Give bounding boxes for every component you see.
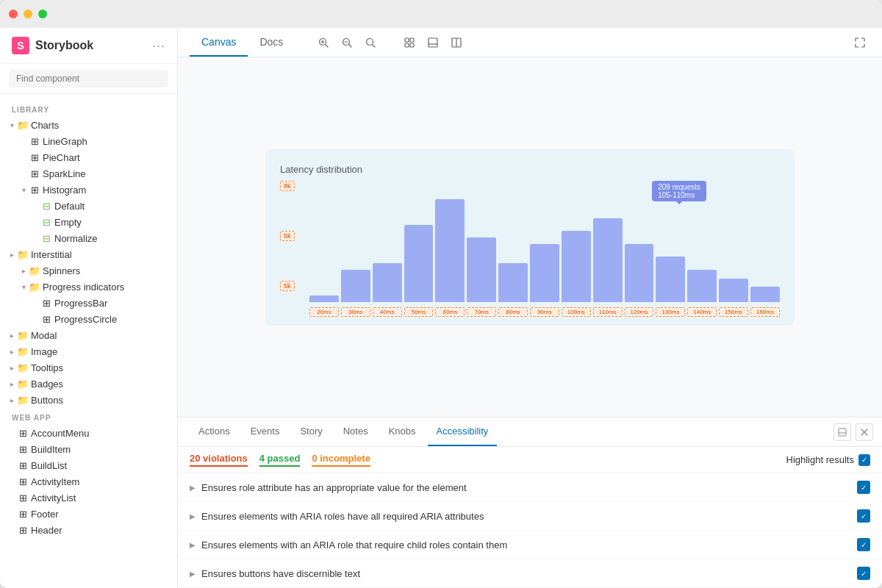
- highlight-checkbox[interactable]: ✓: [858, 454, 870, 466]
- titlebar: [0, 0, 882, 28]
- sidebar-item-activityitem[interactable]: ⊞ ActivityItem: [0, 473, 177, 490]
- chart-bar[interactable]: [656, 257, 685, 301]
- violation-check-3[interactable]: ✓: [857, 538, 870, 551]
- sidebar-item-charts[interactable]: 📁 Charts: [0, 117, 177, 133]
- violation-check-4[interactable]: ✓: [857, 567, 870, 580]
- tab-notes[interactable]: Notes: [334, 417, 377, 446]
- item-label: SparkLine: [43, 168, 86, 179]
- item-label: Tooltips: [31, 362, 63, 373]
- zoom-reset-icon[interactable]: [360, 32, 381, 53]
- chart-bar[interactable]: [341, 270, 370, 302]
- sidebar-item-builditem[interactable]: ⊞ BuildItem: [0, 441, 177, 457]
- sidebar-item-progressbar[interactable]: ⊞ ProgressBar: [0, 295, 177, 311]
- close-button[interactable]: [9, 10, 18, 18]
- panel-layout-button[interactable]: [833, 423, 851, 441]
- chart-bar[interactable]: [373, 263, 402, 302]
- violation-check-2[interactable]: ✓: [857, 509, 870, 523]
- zoom-in-icon[interactable]: [313, 32, 334, 53]
- sidebar-item-progresscircle[interactable]: ⊞ ProgressCircle: [0, 311, 177, 327]
- tab-canvas[interactable]: Canvas: [190, 28, 248, 57]
- storybook-logo: S: [12, 37, 29, 54]
- violation-check-1[interactable]: ✓: [857, 481, 870, 494]
- chart-bar[interactable]: [530, 244, 559, 302]
- sidebar-item-image[interactable]: 📁 Image: [0, 343, 177, 359]
- tooltip-requests: 209 requests: [658, 183, 700, 191]
- tab-story[interactable]: Story: [291, 417, 331, 446]
- bar-wrapper: [404, 192, 434, 302]
- folder-icon: 📁: [29, 265, 40, 276]
- canvas-content: Latency distribution 209 requests 105-11…: [178, 57, 882, 417]
- panel-icon[interactable]: [423, 32, 443, 53]
- tab-events[interactable]: Events: [242, 417, 289, 446]
- sidebar-item-modal[interactable]: 📁 Modal: [0, 327, 177, 343]
- violations-list: ▶ Ensures role attribute has an appropri…: [178, 473, 882, 588]
- chart-bar[interactable]: [309, 295, 339, 302]
- tab-accessibility[interactable]: Accessibility: [428, 417, 498, 446]
- tab-docs[interactable]: Docs: [248, 28, 295, 57]
- violation-chevron-icon[interactable]: ▶: [190, 512, 196, 520]
- sidebar-item-piechart[interactable]: ⊞ PieChart: [0, 149, 177, 165]
- sidebar-item-buildlist[interactable]: ⊞ BuildList: [0, 457, 177, 473]
- sidebar-item-tooltips[interactable]: 📁 Tooltips: [0, 359, 177, 376]
- sidebar-item-spinners[interactable]: 📁 Spinners: [0, 262, 177, 279]
- sidebar-item-accountmenu[interactable]: ⊞ AccountMenu: [0, 425, 177, 441]
- close-panel-button[interactable]: [856, 423, 873, 441]
- highlight-results: Highlight results ✓: [786, 454, 871, 466]
- violation-chevron-icon[interactable]: ▶: [190, 484, 196, 492]
- bar-wrapper: [498, 192, 528, 302]
- minimize-button[interactable]: [24, 10, 32, 18]
- passed-count[interactable]: 4 passed: [259, 453, 301, 467]
- sidebar-item-footer[interactable]: ⊞ Footer: [0, 506, 177, 522]
- fullscreen-icon[interactable]: [850, 32, 870, 53]
- chart-bar[interactable]: [467, 237, 496, 302]
- incomplete-count[interactable]: 0 incomplete: [312, 453, 370, 467]
- chart-bar[interactable]: [593, 218, 623, 302]
- violation-chevron-icon[interactable]: ▶: [190, 570, 196, 578]
- sidebar-item-badges[interactable]: 📁 Badges: [0, 376, 177, 392]
- item-label: Buttons: [31, 395, 63, 406]
- sidebar-item-linegraph[interactable]: ⊞ LineGraph: [0, 133, 177, 149]
- component-icon: ⊞: [18, 460, 28, 470]
- sidebar-item-default[interactable]: ⊟ Default: [0, 198, 177, 214]
- bar-wrapper: [341, 192, 370, 302]
- chart-bar[interactable]: [435, 199, 465, 302]
- zoom-out-icon[interactable]: [337, 32, 357, 53]
- component-icon: ⊞: [18, 428, 28, 438]
- sidebar-item-progress-indicators[interactable]: 📁 Progress indicators: [0, 279, 177, 295]
- chart-bar[interactable]: [750, 287, 780, 302]
- violations-count[interactable]: 20 violations: [190, 453, 248, 467]
- chart-bar[interactable]: [562, 231, 591, 301]
- chart-bar[interactable]: [687, 270, 717, 302]
- violation-text: Ensures elements with ARIA roles have al…: [201, 511, 851, 522]
- tab-knobs[interactable]: Knobs: [380, 417, 425, 446]
- component-icon: ⊞: [18, 509, 28, 519]
- app-window: S Storybook ··· LIBRARY 📁 Charts: [0, 0, 882, 588]
- sidebar-item-header[interactable]: ⊞ Header: [0, 522, 177, 538]
- grid-icon[interactable]: [399, 32, 420, 53]
- search-input[interactable]: [9, 70, 168, 87]
- sidebar-item-sparkline[interactable]: ⊞ SparkLine: [0, 165, 177, 182]
- sidebar-item-interstitial[interactable]: 📁 Interstitial: [0, 246, 177, 262]
- chevron-icon: [6, 394, 18, 406]
- chart-bar[interactable]: [625, 244, 654, 302]
- chart-bar[interactable]: [498, 263, 528, 302]
- folder-icon: 📁: [18, 379, 28, 389]
- item-label: BuildItem: [31, 444, 71, 455]
- sidebar-item-empty[interactable]: ⊟ Empty: [0, 214, 177, 230]
- chart-bars: [309, 192, 780, 302]
- violation-chevron-icon[interactable]: ▶: [190, 541, 196, 549]
- chevron-icon: [18, 281, 29, 293]
- sidebar-item-histogram[interactable]: ⊞ Histogram: [0, 182, 177, 198]
- chart-bar[interactable]: [404, 225, 434, 302]
- tab-actions[interactable]: Actions: [190, 417, 239, 446]
- sidebar-item-activitylist[interactable]: ⊞ ActivityList: [0, 490, 177, 506]
- layout-icon[interactable]: [446, 32, 467, 53]
- highlight-label: Highlight results: [786, 454, 855, 465]
- sidebar-item-buttons[interactable]: 📁 Buttons: [0, 392, 177, 408]
- bar-wrapper: [373, 192, 402, 302]
- sidebar-item-normalize[interactable]: ⊟ Normalize: [0, 230, 177, 246]
- maximize-button[interactable]: [38, 10, 47, 18]
- chart-bar[interactable]: [719, 279, 748, 302]
- sidebar-menu-button[interactable]: ···: [152, 38, 165, 54]
- folder-icon: 📁: [18, 330, 28, 340]
